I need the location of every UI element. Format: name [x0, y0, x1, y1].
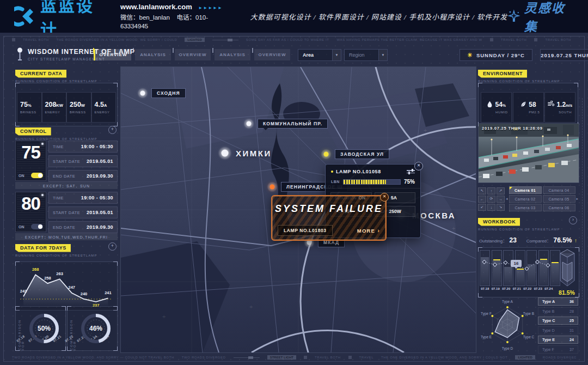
time-row[interactable]: TIME 19:00 - 05:30 — [48, 141, 118, 153]
type-row[interactable]: Type A36 — [538, 297, 578, 306]
brightness-bar[interactable] — [343, 179, 401, 185]
date-box: 2019.07.25 THUR — [540, 49, 588, 61]
radar-chart: Type AType BType CType DType EType F — [478, 293, 537, 355]
compared-value: 76.5% — [554, 236, 572, 244]
start-date-row[interactable]: START DATE 2019.05.01 — [48, 206, 118, 218]
panel-subtitle: RUNNING CONDITION OF STREETLAMP — [15, 254, 118, 257]
workbook-chart-frame: 07.1807.1907.2007.2107.2207.2307.24 81.5… — [478, 247, 579, 297]
type-label: Type D — [542, 328, 555, 333]
region-select-value: Region — [345, 52, 378, 58]
deco-chip: LIGHTED — [185, 38, 204, 42]
camera-button-4[interactable]: Camera 04 — [543, 186, 575, 194]
time-row[interactable]: TIME 19:00 - 05:30 — [48, 192, 118, 204]
stats-frame: 54%HUMID58PM2.51.2m/sSOUTH — [478, 83, 578, 126]
tab-analysis-3[interactable]: ANALYSIS — [215, 49, 250, 60]
type-value: 36 — [569, 299, 574, 304]
tab-overview-4[interactable]: OVERVIEW — [254, 49, 290, 60]
camera-controls: ↖ ↑ ↗ ← ⟳ → ↙ ↓ ↘ ◂ Camera 01Camera 02Ca… — [478, 186, 578, 211]
camera-button-6[interactable]: Camera 06 — [543, 204, 575, 211]
deco-checkbox-icon — [12, 38, 15, 41]
dpad-up-left-icon[interactable]: ↖ — [478, 187, 486, 194]
bar-tooltip: 16 — [511, 260, 522, 267]
expand-arrow-button[interactable]: › — [569, 216, 577, 224]
map-pin-0[interactable]: СХОДНЯ — [137, 88, 186, 99]
area-select[interactable]: Area ▼ — [298, 49, 341, 61]
city-map[interactable]: ++ ++ СХОДНЯКОММУНАЛЬНЫЙ ПР.ХИМКИЗАВОДСК… — [120, 66, 476, 353]
power-toggle[interactable] — [31, 224, 43, 229]
dpad-down-icon[interactable]: ↓ — [487, 204, 495, 211]
end-date-row[interactable]: END DATE 2019.09.30 — [48, 221, 118, 233]
dpad-up-right-icon[interactable]: ↗ — [497, 187, 505, 194]
camera-list-next-icon[interactable]: ▸ — [577, 197, 579, 201]
env-value: 58 — [529, 101, 536, 108]
deco-text: THE ROADS DIVERGED IN A YELLOW WOOD, WE … — [57, 38, 177, 41]
status-dot-icon — [331, 171, 333, 173]
deco-checkbox-icon — [534, 38, 537, 41]
map-pin-3[interactable]: ЗАВОДСКАЯ УЛ — [321, 149, 389, 160]
camera-button-5[interactable]: Camera 05 — [543, 195, 575, 203]
dpad-right-icon[interactable]: → — [497, 196, 505, 203]
power-state-label: ON — [19, 225, 24, 229]
spark-icon — [507, 9, 520, 23]
workbook-panel: WORKBOOK › RUNNING CONDITION OF STREETLA… — [478, 216, 578, 297]
dpad-up-icon[interactable]: ↑ — [487, 187, 495, 194]
expand-plus-button[interactable]: + — [108, 242, 117, 251]
website-url[interactable]: www.lanlanwork.com — [120, 3, 192, 11]
wind-icon — [548, 101, 555, 108]
more-button[interactable]: MORE› — [357, 227, 380, 234]
panel-badge: DATA FOR 7DAYS — [15, 244, 71, 252]
close-icon[interactable]: ✕ — [414, 162, 423, 171]
start-date-row[interactable]: START DATE 2019.05.01 — [48, 155, 118, 167]
type-row[interactable]: Type D31 — [538, 326, 578, 334]
data-point-value: 258 — [41, 276, 53, 281]
dpad-down-left-icon[interactable]: ↙ — [478, 204, 486, 211]
map-pin-2[interactable]: ХИМКИ — [218, 146, 272, 160]
bar-x-label: 07.22 — [522, 287, 533, 290]
radar-axis-label: Type F — [481, 311, 492, 315]
expand-plus-button[interactable]: + — [108, 126, 117, 134]
type-row[interactable]: Type C25 — [538, 317, 578, 325]
settings-sliders-icon[interactable] — [407, 169, 415, 174]
power-toggle[interactable] — [31, 173, 43, 178]
tab-overview-2[interactable]: OVERVIEW — [175, 49, 211, 60]
type-value: 24 — [569, 337, 574, 342]
tab-overview-0[interactable]: OVERVIEW — [94, 49, 131, 60]
gauge-card: COMPARISON FOR 46% — [67, 306, 118, 351]
lamp-id-title: LAMP NO.L01058 — [336, 169, 404, 174]
dpad-refresh-icon[interactable]: ⟳ — [487, 196, 495, 203]
weather-box: ☀ SUNNDAY / 29°C — [460, 49, 532, 61]
region-select[interactable]: Region ▼ — [344, 49, 388, 61]
env-stat-card: 58PM2.5 — [513, 92, 544, 123]
panel-subtitle: RUNNING CONDITION OF STREETLAMP — [478, 228, 578, 231]
env-value: 54% — [495, 101, 506, 108]
type-value: 37 — [569, 347, 574, 352]
gauge-value: 46% — [78, 311, 113, 346]
collect-block[interactable]: 灵感收集 — [507, 0, 574, 35]
end-date-row[interactable]: END DATE 2019.09.30 — [48, 170, 118, 182]
map-pin-icon — [243, 118, 254, 129]
deco-text: WAS HAVING PERHAPS THE BETTER CLAIM, BEC… — [337, 38, 482, 41]
camera-feed[interactable]: 2019.07.25 THUR 18:26:09 — [478, 123, 579, 183]
bar-x-label: 07.19 — [491, 287, 501, 290]
type-row[interactable]: Type F37 — [538, 345, 578, 354]
type-row[interactable]: Type B28 — [538, 307, 578, 315]
camera-button-2[interactable]: Camera 02 — [509, 195, 542, 203]
camera-photo — [479, 124, 579, 182]
bar-x-label: 07.23 — [533, 287, 544, 290]
camera-button-3[interactable]: Camera 03 — [509, 204, 542, 211]
close-icon[interactable]: ✕ — [380, 193, 389, 202]
map-pin-1[interactable]: КОММУНАЛЬНЫЙ ПР. — [243, 118, 328, 129]
tab-analysis-1[interactable]: ANALYSIS — [135, 49, 171, 60]
type-row[interactable]: Type E24 — [538, 336, 578, 344]
lanlan-logo-icon — [14, 5, 36, 27]
control-panel: CONTROL + RUNNING CONDITION OF STREETLAM… — [15, 125, 118, 141]
dpad-down-right-icon[interactable]: ↘ — [497, 204, 505, 211]
map-pin-icon — [267, 181, 278, 192]
panel-badge: CURRENT DATA — [15, 70, 66, 78]
radar-panel: Type AType BType CType DType EType F Typ… — [478, 292, 578, 356]
date-text: 2019.07.25 THUR — [541, 52, 588, 58]
dim-level-value: 80 — [16, 193, 46, 214]
camera-button-1[interactable]: Camera 01 — [509, 186, 542, 194]
dpad-left-icon[interactable]: ← — [478, 196, 486, 203]
camera-list-prev-icon[interactable]: ◂ — [506, 197, 508, 201]
